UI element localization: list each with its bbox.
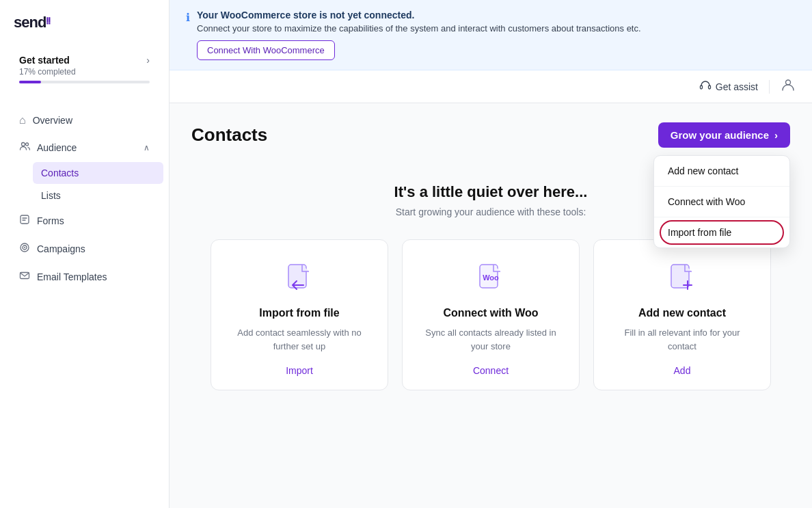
progress-bar-fill xyxy=(19,81,41,83)
card-add-contact-title: Add new contact xyxy=(638,307,726,319)
sidebar-item-campaigns[interactable]: Campaigns xyxy=(5,235,163,263)
page-content: Contacts Grow your audience › Add new co… xyxy=(170,103,812,508)
banner-title: Your WooCommerce store is not yet connec… xyxy=(197,10,796,21)
card-add-contact: Add new contact Fill in all relevant inf… xyxy=(593,239,771,390)
get-assist-button[interactable]: Get assist xyxy=(699,79,758,94)
progress-bar-background xyxy=(19,81,150,83)
card-import-file: Import from file Add contact seamlessly … xyxy=(211,239,388,390)
grow-dropdown-menu: Add new contact Connect with Woo Import … xyxy=(653,155,790,248)
svg-point-7 xyxy=(24,247,25,248)
svg-rect-9 xyxy=(700,85,702,89)
svg-point-0 xyxy=(22,143,25,146)
topbar: Get assist xyxy=(170,70,812,103)
forms-icon xyxy=(19,214,30,228)
page-title: Contacts xyxy=(191,124,267,146)
svg-rect-10 xyxy=(708,85,710,89)
card-import-file-link[interactable]: Import xyxy=(286,365,313,376)
sidebar-item-label-forms: Forms xyxy=(37,215,64,226)
email-icon xyxy=(19,270,30,284)
grow-your-audience-button[interactable]: Grow your audience › xyxy=(658,122,790,148)
user-avatar-button[interactable] xyxy=(781,77,796,96)
chevron-right-icon: › xyxy=(146,55,150,66)
card-connect-woo: Woo Connect with Woo Sync all contacts a… xyxy=(402,239,580,390)
card-connect-woo-link[interactable]: Connect xyxy=(473,365,509,376)
svg-point-1 xyxy=(26,143,29,146)
logo-mark: ᵎᵎ xyxy=(46,14,50,31)
chevron-up-icon: ∧ xyxy=(144,143,150,152)
main-area: ℹ Your WooCommerce store is not yet conn… xyxy=(170,0,812,508)
get-started-box[interactable]: Get started › 17% completed xyxy=(11,48,158,90)
sidebar: sendᵎᵎ Get started › 17% completed ⌂ Ove… xyxy=(0,0,170,508)
card-add-contact-link[interactable]: Add xyxy=(674,365,691,376)
sidebar-item-label-campaigns: Campaigns xyxy=(37,243,85,254)
card-add-contact-desc: Fill in all relevant info for your conta… xyxy=(610,326,754,353)
info-icon: ℹ xyxy=(186,11,190,24)
sidebar-item-overview[interactable]: ⌂ Overview xyxy=(5,107,163,133)
app-logo: sendᵎᵎ xyxy=(0,0,169,42)
sidebar-item-audience[interactable]: Audience ∧ xyxy=(5,134,163,161)
woo-banner: ℹ Your WooCommerce store is not yet conn… xyxy=(170,0,812,70)
card-import-file-desc: Add contact seamlessly with no further s… xyxy=(228,326,371,353)
get-started-percent: 17% completed xyxy=(19,67,150,77)
audience-subnav: Contacts Lists xyxy=(0,162,169,206)
sidebar-item-email-templates[interactable]: Email Templates xyxy=(5,263,163,291)
import-file-icon xyxy=(280,259,319,297)
card-connect-woo-title: Connect with Woo xyxy=(443,307,538,319)
svg-point-11 xyxy=(786,80,791,85)
sidebar-item-forms[interactable]: Forms xyxy=(5,207,163,235)
sidebar-item-label-audience: Audience xyxy=(37,142,77,153)
topbar-divider xyxy=(769,80,770,94)
headset-icon xyxy=(699,79,712,94)
get-started-title: Get started xyxy=(19,55,70,66)
action-cards: Import from file Add contact seamlessly … xyxy=(191,239,790,390)
add-contact-icon xyxy=(663,259,701,297)
dropdown-import-file[interactable]: Import from file xyxy=(654,217,789,248)
card-import-file-title: Import from file xyxy=(259,307,339,319)
sidebar-item-lists[interactable]: Lists xyxy=(33,185,163,206)
connect-woocommerce-button[interactable]: Connect With WooCommerce xyxy=(197,40,335,60)
svg-text:Woo: Woo xyxy=(483,273,499,282)
chevron-right-icon: › xyxy=(774,129,778,141)
sidebar-nav: ⌂ Overview Audience ∧ Contacts Lists xyxy=(0,101,169,508)
sidebar-item-label-email-templates: Email Templates xyxy=(37,271,107,282)
sidebar-item-label-overview: Overview xyxy=(33,115,72,126)
get-assist-label: Get assist xyxy=(716,81,758,92)
grow-dropdown-container: Grow your audience › Add new contact Con… xyxy=(658,122,790,148)
svg-rect-2 xyxy=(21,215,29,224)
home-icon: ⌂ xyxy=(19,114,26,126)
banner-content: Your WooCommerce store is not yet connec… xyxy=(197,10,796,60)
sidebar-item-contacts[interactable]: Contacts xyxy=(33,162,163,184)
dropdown-connect-woo[interactable]: Connect with Woo xyxy=(654,187,789,217)
grow-button-label: Grow your audience xyxy=(671,129,769,141)
dropdown-add-contact[interactable]: Add new contact xyxy=(654,156,789,187)
connect-woo-icon: Woo xyxy=(472,259,510,297)
page-header: Contacts Grow your audience › Add new co… xyxy=(191,122,790,148)
card-connect-woo-desc: Sync all contacts already listed in your… xyxy=(419,326,563,353)
banner-description: Connect your store to maximize the capab… xyxy=(197,23,796,34)
audience-icon xyxy=(19,141,30,155)
campaigns-icon xyxy=(19,242,30,256)
